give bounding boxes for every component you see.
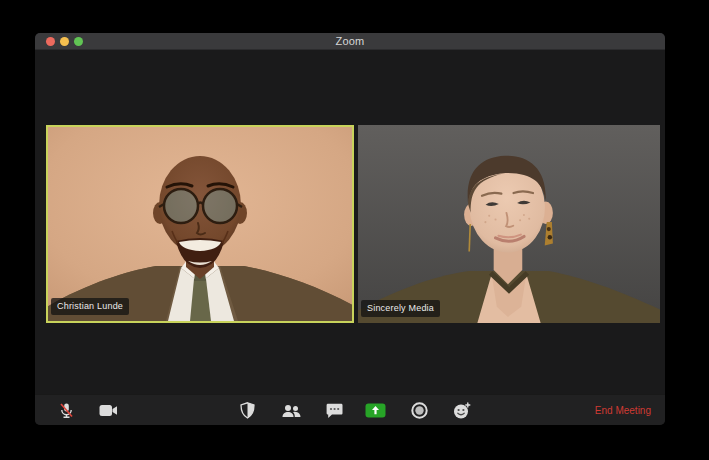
participant-video-christian-lunde (48, 127, 352, 321)
video-tile-sincerely-media[interactable]: Sincerely Media (358, 125, 660, 323)
security-shield-icon (240, 402, 255, 419)
chat-button[interactable] (321, 398, 347, 423)
participants-button[interactable] (278, 398, 304, 423)
reactions-button[interactable] (449, 398, 475, 423)
window-title: Zoom (35, 35, 665, 47)
end-meeting-button[interactable]: End Meeting (595, 395, 651, 425)
reactions-icon (453, 402, 471, 419)
participant-name-badge: Sincerely Media (361, 300, 440, 317)
zoom-window-button[interactable] (74, 37, 83, 46)
participants-icon (282, 404, 301, 418)
close-window-button[interactable] (46, 37, 55, 46)
chat-bubble-icon (326, 403, 343, 419)
share-screen-icon (365, 403, 386, 418)
security-button[interactable] (234, 398, 260, 423)
video-camera-icon (99, 404, 118, 417)
record-button[interactable] (406, 398, 432, 423)
microphone-muted-icon (58, 402, 75, 419)
video-tile-christian-lunde[interactable]: Christian Lunde (46, 125, 354, 323)
desktop-background: Zoom (0, 0, 709, 460)
window-titlebar[interactable]: Zoom (35, 33, 665, 50)
participant-video-sincerely-media (358, 125, 660, 323)
traffic-lights (46, 37, 83, 46)
record-icon (411, 402, 428, 419)
participant-name-badge: Christian Lunde (51, 298, 129, 315)
start-video-button[interactable] (95, 398, 121, 423)
mute-button[interactable] (53, 398, 79, 423)
video-stage: Christian Lunde (35, 51, 665, 394)
video-tiles: Christian Lunde (46, 125, 660, 323)
share-screen-button[interactable] (362, 398, 388, 423)
minimize-window-button[interactable] (60, 37, 69, 46)
meeting-toolbar: End Meeting (35, 394, 665, 425)
zoom-app-window: Zoom (35, 33, 665, 425)
